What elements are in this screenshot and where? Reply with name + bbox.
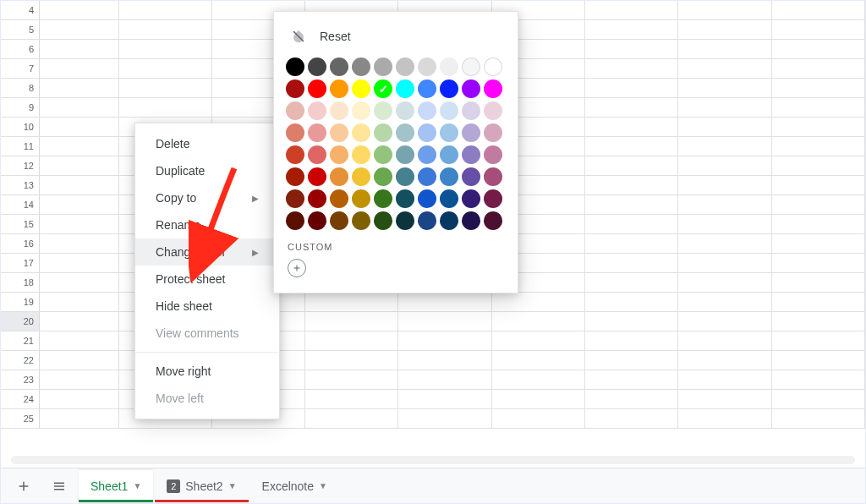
row-header[interactable]: 23 [1, 370, 40, 390]
cell[interactable] [585, 195, 678, 215]
cell[interactable] [398, 351, 491, 370]
row-header[interactable]: 16 [1, 234, 40, 254]
color-swatch[interactable] [418, 145, 436, 164]
color-swatch[interactable] [330, 145, 348, 164]
color-swatch[interactable] [352, 167, 370, 186]
color-swatch[interactable] [396, 189, 414, 208]
cell[interactable] [40, 390, 119, 409]
cell[interactable] [585, 20, 678, 40]
cell[interactable] [40, 273, 119, 293]
cell[interactable] [585, 98, 678, 118]
row-header[interactable]: 25 [1, 409, 40, 429]
color-swatch[interactable] [396, 79, 414, 98]
cell[interactable] [492, 312, 585, 331]
menu-item-duplicate[interactable]: Duplicate [135, 157, 279, 184]
cell[interactable] [678, 331, 771, 351]
color-swatch[interactable] [374, 189, 392, 208]
color-swatch[interactable] [286, 167, 304, 186]
cell[interactable] [40, 59, 119, 79]
color-swatch[interactable] [484, 101, 502, 120]
color-swatch[interactable] [330, 58, 348, 76]
cell[interactable] [772, 156, 865, 176]
cell[interactable] [305, 351, 398, 370]
cell[interactable] [119, 1, 212, 20]
color-swatch[interactable]: ✓ [374, 79, 392, 98]
cell[interactable] [678, 370, 771, 390]
cell[interactable] [40, 254, 119, 273]
row-header[interactable]: 19 [1, 293, 40, 312]
cell[interactable] [305, 409, 398, 429]
color-swatch[interactable] [330, 211, 348, 230]
cell[interactable] [678, 137, 771, 156]
color-swatch[interactable] [374, 58, 392, 76]
menu-item-protect-sheet[interactable]: Protect sheet [135, 266, 279, 293]
horizontal-scrollbar[interactable] [11, 456, 855, 464]
color-swatch[interactable] [286, 123, 304, 142]
color-swatch[interactable] [330, 189, 348, 208]
color-swatch[interactable] [330, 123, 348, 142]
color-swatch[interactable] [330, 167, 348, 186]
cell[interactable] [398, 409, 491, 429]
cell[interactable] [305, 390, 398, 409]
row-header[interactable]: 4 [1, 1, 40, 20]
cell[interactable] [40, 176, 119, 195]
cell[interactable] [772, 215, 865, 234]
cell[interactable] [119, 98, 212, 118]
cell[interactable] [40, 98, 119, 118]
sheet-tab-sheet2[interactable]: 2Sheet2▼ [155, 470, 248, 502]
menu-item-copy-to[interactable]: Copy to▶ [135, 184, 279, 211]
cell[interactable] [305, 370, 398, 390]
cell[interactable] [772, 312, 865, 331]
cell[interactable] [772, 370, 865, 390]
color-swatch[interactable] [440, 123, 458, 142]
cell[interactable] [772, 40, 865, 59]
cell[interactable] [585, 351, 678, 370]
menu-item-move-right[interactable]: Move right [135, 358, 279, 385]
cell[interactable] [119, 59, 212, 79]
sheet-tab-excelnote[interactable]: Excelnote▼ [250, 470, 339, 502]
row-header[interactable]: 5 [1, 20, 40, 40]
cell[interactable] [119, 20, 212, 40]
cell[interactable] [585, 331, 678, 351]
color-swatch[interactable] [374, 145, 392, 164]
cell[interactable] [492, 331, 585, 351]
cell[interactable] [772, 273, 865, 293]
cell[interactable] [772, 234, 865, 254]
cell[interactable] [772, 59, 865, 79]
color-swatch[interactable] [374, 123, 392, 142]
cell[interactable] [678, 118, 771, 137]
row-header[interactable]: 17 [1, 254, 40, 273]
cell[interactable] [398, 390, 491, 409]
cell[interactable] [678, 79, 771, 98]
color-swatch[interactable] [352, 79, 370, 98]
cell[interactable] [585, 312, 678, 331]
cell[interactable] [772, 331, 865, 351]
cell[interactable] [40, 20, 119, 40]
row-header[interactable]: 24 [1, 390, 40, 409]
row-header[interactable]: 21 [1, 331, 40, 351]
color-swatch[interactable] [352, 211, 370, 230]
cell[interactable] [772, 98, 865, 118]
color-swatch[interactable] [462, 145, 480, 164]
color-swatch[interactable] [440, 79, 458, 98]
cell[interactable] [40, 293, 119, 312]
cell[interactable] [678, 273, 771, 293]
cell[interactable] [40, 156, 119, 176]
row-header[interactable]: 8 [1, 79, 40, 98]
color-swatch[interactable] [440, 101, 458, 120]
color-swatch[interactable] [330, 101, 348, 120]
cell[interactable] [678, 254, 771, 273]
cell[interactable] [678, 215, 771, 234]
row-header[interactable]: 18 [1, 273, 40, 293]
color-swatch[interactable] [286, 101, 304, 120]
color-swatch[interactable] [462, 58, 480, 76]
cell[interactable] [678, 176, 771, 195]
cell[interactable] [40, 351, 119, 370]
cell[interactable] [305, 331, 398, 351]
cell[interactable] [772, 293, 865, 312]
cell[interactable] [398, 312, 491, 331]
cell[interactable] [398, 331, 491, 351]
add-custom-color-button[interactable] [288, 259, 306, 277]
cell[interactable] [585, 273, 678, 293]
cell[interactable] [585, 293, 678, 312]
